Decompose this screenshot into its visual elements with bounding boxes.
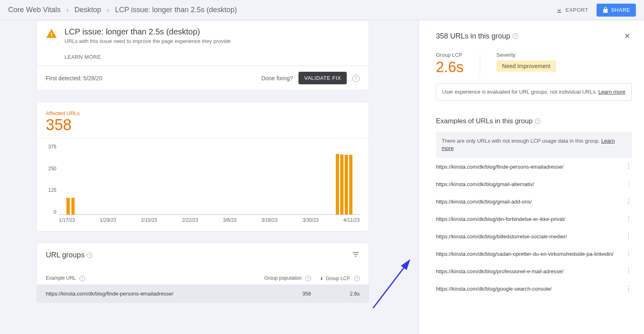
chart-bar [336, 154, 339, 214]
severity-badge: Need Improvement [496, 60, 556, 72]
x-axis-labels: 1/17/231/29/232/10/232/22/233/6/233/18/2… [46, 217, 360, 223]
close-icon[interactable]: ✕ [623, 30, 632, 42]
breadcrumb-item[interactable]: Core Web Vitals [8, 6, 60, 14]
download-icon [556, 6, 563, 14]
info-box: User experience is evaluated for URL gro… [436, 83, 632, 101]
breadcrumb-item[interactable]: Desktop [74, 6, 101, 14]
row-url: https://kinsta.com/dk/blog/finde-persons… [46, 291, 250, 297]
table-header: Example URL ? Group population ? Group L… [37, 272, 369, 285]
kebab-icon[interactable]: ⋮ [625, 288, 632, 289]
chart-bar [349, 155, 352, 214]
chart-bar [71, 198, 75, 214]
list-item[interactable]: https://kinsta.com/dk/blog/professionel-… [436, 263, 632, 280]
list-item[interactable]: https://kinsta.com/dk/blog/din-forbindel… [436, 210, 632, 228]
severity-label: Severity [496, 52, 556, 58]
list-item[interactable]: https://kinsta.com/dk/blog/gmail-alterna… [436, 176, 632, 193]
chart-plot [59, 144, 360, 215]
affected-urls-label: Affected URLs [37, 110, 369, 116]
chevron-right-icon: › [66, 6, 69, 14]
done-fixing-label: Done fixing? [261, 75, 293, 81]
kebab-icon[interactable]: ⋮ [625, 218, 632, 220]
kebab-icon[interactable]: ⋮ [625, 253, 632, 255]
url-text: https://kinsta.com/dk/blog/professionel-… [436, 268, 625, 274]
help-icon[interactable]: ? [352, 75, 360, 82]
row-lcp: 2.6s [311, 291, 360, 297]
divider [480, 54, 480, 76]
chart-card: Affected URLs 358 3752501250 1/17/231/29… [36, 102, 369, 231]
kebab-icon[interactable]: ⋮ [625, 166, 632, 167]
examples-title: Examples of URLs in this group [436, 117, 532, 125]
col-group-population: Group population [264, 275, 302, 281]
sort-down-icon[interactable] [319, 276, 324, 281]
table-row[interactable]: https://kinsta.com/dk/blog/finde-persons… [37, 285, 369, 302]
export-label: EXPORT [565, 7, 588, 13]
help-icon[interactable]: ? [87, 253, 92, 258]
url-text: https://kinsta.com/dk/blog/gmail-add-ons… [436, 199, 625, 205]
chart-bar [67, 198, 70, 214]
chart-bar [340, 154, 343, 214]
url-groups-title: URL groups [46, 251, 84, 259]
lock-icon [602, 7, 609, 13]
list-item[interactable]: https://kinsta.com/dk/blog/finde-persons… [436, 158, 632, 176]
help-icon[interactable]: ? [79, 276, 85, 281]
issue-card: LCP issue: longer than 2.5s (desktop) UR… [36, 20, 369, 90]
share-button[interactable]: SHARE [597, 4, 636, 17]
affected-urls-count: 358 [37, 116, 369, 134]
chart-area: 3752501250 1/17/231/29/232/10/232/22/233… [37, 138, 369, 223]
list-item[interactable]: https://kinsta.com/dk/blog/billedstorrel… [436, 228, 632, 245]
help-icon[interactable]: ? [305, 276, 311, 281]
y-axis-labels: 3752501250 [46, 144, 59, 215]
url-text: https://kinsta.com/dk/blog/sadan-oprette… [436, 251, 625, 257]
url-text: https://kinsta.com/dk/blog/google-search… [436, 286, 625, 292]
validate-fix-button[interactable]: VALIDATE FIX [298, 72, 347, 84]
learn-more-button[interactable]: LEARN MORE [64, 54, 231, 60]
help-icon[interactable]: ? [354, 276, 360, 281]
notice-box: There are only URLs with not enough LCP … [436, 132, 632, 158]
topbar: Core Web Vitals › Desktop › LCP issue: l… [0, 0, 644, 20]
url-text: https://kinsta.com/dk/blog/finde-persons… [436, 164, 625, 170]
breadcrumb-item-current: LCP issue: longer than 2.5s (desktop) [115, 6, 237, 14]
warning-icon [46, 28, 57, 39]
share-label: SHARE [611, 7, 630, 13]
breadcrumb: Core Web Vitals › Desktop › LCP issue: l… [8, 6, 237, 14]
row-population: 358 [250, 291, 311, 297]
list-item[interactable]: https://kinsta.com/dk/blog/google-search… [436, 280, 632, 298]
help-icon[interactable]: ? [535, 118, 541, 124]
list-item[interactable]: https://kinsta.com/dk/blog/sadan-oprette… [436, 245, 632, 263]
group-lcp-value: 2.6s [436, 59, 464, 76]
details-sidepanel: 358 URLs in this group ? ✕ Group LCP 2.6… [419, 20, 644, 334]
group-lcp-label: Group LCP [436, 52, 464, 58]
kebab-icon[interactable]: ⋮ [625, 183, 632, 185]
col-example-url: Example URL [46, 275, 76, 281]
kebab-icon[interactable]: ⋮ [625, 201, 632, 202]
issue-title: LCP issue: longer than 2.5s (desktop) [64, 27, 231, 36]
url-groups-card: URL groups ? Example URL ? Group populat… [36, 243, 369, 303]
chart-bar [345, 155, 348, 214]
list-item[interactable]: https://kinsta.com/dk/blog/gmail-add-ons… [436, 193, 632, 210]
col-group-lcp: Group LCP [326, 276, 350, 281]
export-button[interactable]: EXPORT [552, 4, 591, 16]
kebab-icon[interactable]: ⋮ [625, 236, 632, 237]
filter-icon[interactable] [352, 250, 360, 260]
issue-subtitle: URLs with this issue need to improve the… [64, 38, 231, 44]
first-detected: First detected: 5/28/20 [46, 75, 102, 81]
url-text: https://kinsta.com/dk/blog/din-forbindel… [436, 216, 625, 222]
help-icon[interactable]: ? [513, 33, 518, 39]
url-text: https://kinsta.com/dk/blog/billedstorrel… [436, 233, 625, 240]
chevron-right-icon: › [107, 6, 109, 14]
learn-more-link[interactable]: Learn more [598, 89, 625, 95]
url-text: https://kinsta.com/dk/blog/gmail-alterna… [436, 181, 625, 187]
sidepanel-title: 358 URLs in this group [436, 32, 510, 41]
kebab-icon[interactable]: ⋮ [625, 270, 632, 272]
